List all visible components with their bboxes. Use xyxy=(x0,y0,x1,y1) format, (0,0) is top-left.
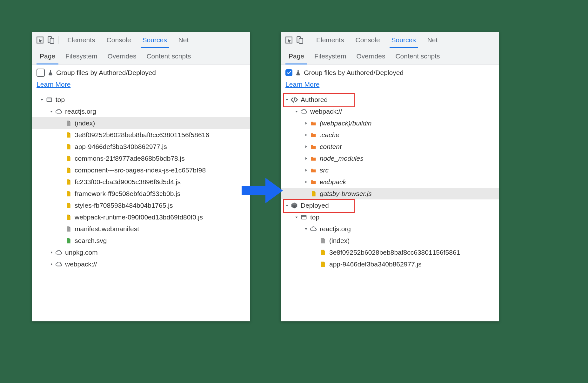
tree-item-label: Deployed xyxy=(301,202,329,209)
chevron-right-icon[interactable] xyxy=(304,145,308,149)
tree-item[interactable]: Deployed xyxy=(281,199,499,211)
tree-item[interactable]: node_modules xyxy=(281,152,499,164)
tree-item-label: 3e8f09252b6028beb8baf8cc63801156f58616 xyxy=(75,131,209,139)
js-file-icon xyxy=(64,144,72,150)
inspect-icon[interactable] xyxy=(36,36,44,44)
tree-item-label: reactjs.org xyxy=(65,108,96,115)
tree-item[interactable]: Authored xyxy=(281,94,499,105)
chevron-down-icon[interactable] xyxy=(49,110,54,113)
group-by-checkbox[interactable] xyxy=(37,69,45,77)
tree-item[interactable]: content xyxy=(281,141,499,152)
tree-item[interactable]: gatsby-browser.js xyxy=(281,188,499,199)
tab-network[interactable]: Net xyxy=(174,32,193,48)
tree-item[interactable]: app-9466def3ba340b862977.js xyxy=(281,258,499,270)
chevron-down-icon[interactable] xyxy=(294,110,299,113)
device-toggle-icon[interactable] xyxy=(296,36,304,44)
subtab-content-scripts[interactable]: Content scripts xyxy=(142,48,195,64)
tree-item[interactable]: .cache xyxy=(281,129,499,141)
cloud-icon xyxy=(310,225,317,232)
folder-icon xyxy=(310,167,317,173)
chevron-right-icon[interactable] xyxy=(304,180,308,184)
chevron-right-icon[interactable] xyxy=(49,251,54,254)
tree-item[interactable]: reactjs.org xyxy=(32,105,250,117)
tree-item[interactable]: app-9466def3ba340b862977.js xyxy=(32,141,250,152)
tab-elements[interactable]: Elements xyxy=(63,32,100,48)
inspect-icon[interactable] xyxy=(285,36,293,44)
tree-item-label: (webpack)/buildin xyxy=(320,119,371,127)
tab-network[interactable]: Net xyxy=(423,32,442,48)
tab-console[interactable]: Console xyxy=(351,32,384,48)
tab-console[interactable]: Console xyxy=(102,32,136,48)
cloud-icon xyxy=(55,108,63,115)
js-file-icon xyxy=(64,155,72,162)
subtab-filesystem[interactable]: Filesystem xyxy=(310,48,351,64)
chevron-right-icon[interactable] xyxy=(304,168,308,172)
subtab-overrides[interactable]: Overrides xyxy=(103,48,141,64)
tab-sources[interactable]: Sources xyxy=(138,32,171,48)
tab-sources[interactable]: Sources xyxy=(387,32,420,48)
flask-icon xyxy=(295,70,301,76)
tree-item-label: 3e8f09252b6028beb8baf8cc63801156f5861 xyxy=(329,249,460,256)
tree-item[interactable]: manifest.webmanifest xyxy=(32,223,250,235)
chevron-down-icon[interactable] xyxy=(285,204,289,207)
tree-item[interactable]: top xyxy=(32,94,250,105)
tree-item[interactable]: (index) xyxy=(32,117,250,129)
frame-icon xyxy=(45,97,53,103)
chevron-down-icon[interactable] xyxy=(40,98,44,102)
tree-item[interactable]: webpack:// xyxy=(32,258,250,270)
main-toolbar: Elements Console Sources Net xyxy=(281,32,499,48)
tree-item[interactable]: framework-ff9c508ebfda0f33cb0b.js xyxy=(32,188,250,199)
tree-item[interactable]: webpack xyxy=(281,176,499,188)
tree-item[interactable]: styles-fb708593b484b04b1765.js xyxy=(32,199,250,211)
tree-item[interactable]: src xyxy=(281,164,499,176)
chevron-down-icon[interactable] xyxy=(294,215,299,219)
subtab-overrides[interactable]: Overrides xyxy=(352,48,390,64)
device-toggle-icon[interactable] xyxy=(47,36,55,44)
tree-item-label: (index) xyxy=(329,237,350,245)
sources-subtabs: Page Filesystem Overrides Content script… xyxy=(281,48,499,64)
tree-item[interactable]: (webpack)/buildin xyxy=(281,117,499,129)
learn-more-link[interactable]: Learn More xyxy=(37,79,70,90)
tree-item-label: unpkg.com xyxy=(65,249,98,256)
tree-item-label: app-9466def3ba340b862977.js xyxy=(75,143,167,151)
folder-icon xyxy=(310,120,317,126)
js-file-icon xyxy=(319,261,327,267)
js-file-icon xyxy=(64,167,72,173)
tree-item[interactable]: top xyxy=(281,211,499,223)
tree-item-label: .cache xyxy=(320,131,339,139)
tree-item[interactable]: webpack:// xyxy=(281,105,499,117)
tree-item[interactable]: unpkg.com xyxy=(32,246,250,258)
group-by-bar: Group files by Authored/Deployed Learn M… xyxy=(32,64,250,93)
tree-item[interactable]: commons-21f8977ade868b5bdb78.js xyxy=(32,152,250,164)
tree-item-label: webpack:// xyxy=(310,108,342,115)
tree-item-label: styles-fb708593b484b04b1765.js xyxy=(75,202,173,209)
tree-item[interactable]: 3e8f09252b6028beb8baf8cc63801156f5861 xyxy=(281,246,499,258)
group-by-bar: Group files by Authored/Deployed Learn M… xyxy=(281,64,499,93)
chevron-down-icon[interactable] xyxy=(304,227,308,231)
subtab-filesystem[interactable]: Filesystem xyxy=(61,48,102,64)
chevron-right-icon[interactable] xyxy=(304,133,308,137)
chevron-right-icon[interactable] xyxy=(304,121,308,125)
tree-item[interactable]: (index) xyxy=(281,235,499,246)
tree-item[interactable]: 3e8f09252b6028beb8baf8cc63801156f58616 xyxy=(32,129,250,141)
tree-item[interactable]: component---src-pages-index-js-e1c657bf9… xyxy=(32,164,250,176)
tree-item-label: search.svg xyxy=(75,237,107,245)
chevron-right-icon[interactable] xyxy=(49,262,54,266)
tab-elements[interactable]: Elements xyxy=(312,32,349,48)
chevron-down-icon[interactable] xyxy=(285,98,289,102)
chevron-right-icon[interactable] xyxy=(304,157,308,160)
tree-item[interactable]: webpack-runtime-090f00ed13bd69fd80f0.js xyxy=(32,211,250,223)
group-by-checkbox[interactable] xyxy=(285,69,292,76)
tree-item[interactable]: fc233f00-cba3d9005c3896f6d5d4.js xyxy=(32,176,250,188)
cloud-icon xyxy=(55,249,63,256)
subtab-page[interactable]: Page xyxy=(35,48,60,64)
transition-arrow xyxy=(240,175,284,206)
devtools-panel-after: Elements Console Sources Net Page Filesy… xyxy=(281,32,499,321)
learn-more-link[interactable]: Learn More xyxy=(285,79,319,90)
tree-item[interactable]: reactjs.org xyxy=(281,223,499,235)
subtab-page[interactable]: Page xyxy=(284,48,309,64)
tree-item[interactable]: search.svg xyxy=(32,235,250,246)
tree-item-label: fc233f00-cba3d9005c3896f6d5d4.js xyxy=(75,178,181,186)
subtab-content-scripts[interactable]: Content scripts xyxy=(391,48,444,64)
tree-item-label: top xyxy=(310,213,319,221)
